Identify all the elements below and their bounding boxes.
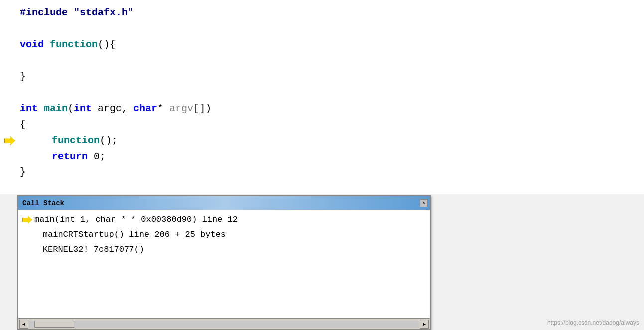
code-line-close-brace-2: } (20, 165, 644, 180)
scrollbar-right-button[interactable]: ▶ (420, 320, 429, 329)
close-brace: } (20, 69, 26, 85)
call-stack-content: main(int 1, char * * 0x00380d90) line 12… (18, 210, 430, 318)
include-file: "stdafx.h" (74, 5, 133, 21)
argc-param: argc, (98, 101, 133, 117)
call-stack-title: Call Stack (22, 199, 64, 207)
call-stack-row-kernel[interactable]: KERNEL32! 7c817077() (22, 242, 426, 257)
void-keyword: void (20, 37, 50, 53)
code-line-open-brace: { (20, 117, 644, 133)
argv-brackets: []) (193, 101, 211, 117)
code-line-function-call: function(); (20, 133, 644, 149)
code-line-main-sig: int main(int argc, char* argv[]) (20, 101, 644, 117)
main-close-brace: } (20, 165, 26, 180)
code-line-close-brace-1: } (20, 69, 644, 85)
scrollbar-thumb[interactable] (34, 321, 74, 328)
call-stack-row-kernel-text: KERNEL32! 7c817077() (22, 242, 144, 257)
call-stack-arrow-icon (22, 216, 32, 224)
paren-open: (){ (98, 37, 116, 53)
code-line-empty-3 (20, 85, 644, 101)
char-keyword: char (133, 101, 157, 117)
execution-arrow-indicator (4, 135, 16, 147)
include-keyword: #include (20, 5, 74, 21)
code-line-empty-2 (20, 53, 644, 69)
code-editor: #include "stdafx.h" void function(){ } i… (0, 0, 644, 194)
code-line-void-function: void function(){ (20, 37, 644, 53)
main-paren-open: ( (68, 101, 74, 117)
star-char: * (157, 101, 169, 117)
call-stack-titlebar: Call Stack × (18, 196, 430, 210)
argv-param: argv (169, 101, 193, 117)
return-keyword: return (52, 149, 94, 165)
code-line-return: return 0; (20, 149, 644, 165)
call-stack-row-main-text: main(int 1, char * * 0x00380d90) line 12 (34, 212, 238, 227)
watermark-url: https://blog.csdn.net/dadog/always (547, 319, 639, 326)
call-stack-scrollbar: ◀ ▶ (18, 318, 430, 329)
call-stack-row-main[interactable]: main(int 1, char * * 0x00380d90) line 12 (22, 212, 426, 227)
function-call-parens: (); (100, 133, 118, 149)
call-stack-row-crt[interactable]: mainCRTStartup() line 206 + 25 bytes (22, 227, 426, 242)
main-function-name: main (44, 101, 68, 117)
call-stack-panel: Call Stack × main(int 1, char * * 0x0038… (17, 195, 431, 330)
return-value: 0; (94, 149, 106, 165)
int-keyword-1: int (20, 101, 44, 117)
function-name: function (50, 37, 98, 53)
code-line-include: #include "stdafx.h" (20, 5, 644, 21)
function-call-name: function (52, 133, 100, 149)
scrollbar-left-button[interactable]: ◀ (19, 320, 28, 329)
call-stack-close-button[interactable]: × (420, 199, 428, 207)
scrollbar-track (29, 321, 419, 328)
execution-arrow-icon (4, 136, 15, 145)
call-stack-row-crt-text: mainCRTStartup() line 206 + 25 bytes (22, 227, 226, 242)
open-brace: { (20, 117, 26, 133)
code-line-empty-1 (20, 21, 644, 37)
int-keyword-2: int (74, 101, 98, 117)
